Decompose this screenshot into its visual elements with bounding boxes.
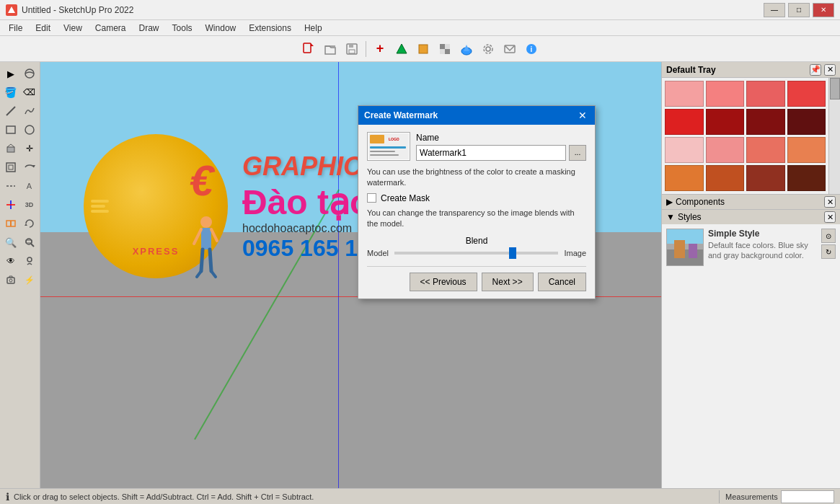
tool-line[interactable]: [2, 102, 19, 120]
toolbar-open[interactable]: [320, 39, 340, 59]
toolbar-gear[interactable]: [478, 39, 498, 59]
measurements-input[interactable]: [781, 490, 834, 503]
components-section-header[interactable]: ▶ Components ✕: [662, 195, 840, 209]
name-input[interactable]: [416, 145, 566, 161]
panel-close-button[interactable]: ✕: [824, 64, 836, 76]
browse-button[interactable]: ...: [569, 145, 586, 161]
svg-point-14: [484, 45, 492, 53]
tool-offset[interactable]: [2, 159, 19, 176]
panel-header-icons[interactable]: 📌 ✕: [810, 64, 836, 76]
style-update-button[interactable]: ⊙: [821, 229, 836, 243]
svg-rect-8: [440, 44, 445, 49]
tool-row-tape: A: [2, 177, 38, 195]
next-button[interactable]: Next >>: [482, 273, 534, 291]
tool-zoom[interactable]: 🔍: [2, 234, 19, 251]
svg-rect-39: [201, 228, 211, 249]
toolbar-box[interactable]: [413, 39, 433, 59]
swatch-9[interactable]: [665, 137, 704, 163]
svg-rect-5: [349, 50, 355, 53]
titlebar-controls[interactable]: — □ ✕: [764, 3, 834, 17]
tool-pushpull[interactable]: [2, 140, 19, 157]
tool-section[interactable]: [2, 215, 19, 232]
swatch-2[interactable]: [706, 81, 745, 107]
swatch-8[interactable]: [787, 109, 826, 135]
menu-tools[interactable]: Tools: [167, 22, 198, 35]
minimize-button[interactable]: —: [764, 3, 785, 17]
tool-interact[interactable]: ⚡: [21, 271, 38, 288]
svg-marker-31: [25, 224, 27, 226]
toolbar-info[interactable]: i: [521, 39, 541, 59]
toolbar-add[interactable]: +: [370, 39, 390, 59]
tool-zoomwindow[interactable]: [21, 234, 38, 251]
tool-move[interactable]: ✛: [21, 140, 38, 157]
tool-row-position: ⚡: [2, 271, 38, 288]
panel-pin-button[interactable]: 📌: [810, 64, 821, 76]
panel-scrollbar[interactable]: [828, 78, 840, 194]
swatch-3[interactable]: [746, 81, 785, 107]
toolbar-checker[interactable]: [435, 39, 455, 59]
menu-draw[interactable]: Draw: [133, 22, 165, 35]
swatch-6[interactable]: [706, 109, 745, 135]
svg-line-19: [6, 107, 15, 115]
swatch-11[interactable]: [746, 137, 785, 163]
tool-text[interactable]: A: [21, 177, 38, 195]
menu-file[interactable]: File: [3, 22, 28, 35]
swatch-5[interactable]: [665, 109, 704, 135]
swatch-13[interactable]: [665, 165, 704, 191]
toolbar-water[interactable]: [456, 39, 477, 59]
styles-section-header[interactable]: ▼ Styles ✕: [662, 210, 840, 224]
previous-button[interactable]: << Previous: [410, 273, 477, 291]
swatch-14[interactable]: [706, 165, 745, 191]
tool-rotate[interactable]: [21, 215, 38, 232]
tool-position-camera[interactable]: [2, 271, 19, 288]
menu-view[interactable]: View: [58, 22, 88, 35]
styles-close-button[interactable]: ✕: [824, 211, 836, 223]
close-button[interactable]: ✕: [813, 3, 834, 17]
swatch-12[interactable]: [787, 137, 826, 163]
toolbar-triangle[interactable]: [392, 39, 412, 59]
styles-section: ▼ Styles ✕ Simple Style: [662, 209, 840, 270]
tool-materials[interactable]: 🪣: [2, 84, 19, 101]
tool-freehand[interactable]: [21, 102, 38, 120]
maximize-button[interactable]: □: [788, 3, 810, 17]
scrollbar-thumb[interactable]: [830, 78, 840, 100]
menu-camera[interactable]: Camera: [89, 22, 132, 35]
toolbar-email[interactable]: [500, 39, 520, 59]
menu-extensions[interactable]: Extensions: [243, 22, 297, 35]
svg-point-38: [200, 216, 212, 228]
tool-3dtext[interactable]: 3D: [21, 196, 38, 213]
app-icon: [6, 4, 17, 16]
swatch-15[interactable]: [746, 165, 785, 191]
swatch-7[interactable]: [746, 109, 785, 135]
menu-edit[interactable]: Edit: [30, 22, 56, 35]
swatch-1[interactable]: [665, 81, 704, 107]
tool-followme[interactable]: [21, 159, 38, 176]
styles-label: Styles: [678, 212, 702, 222]
tool-tape[interactable]: [2, 177, 19, 195]
blend-thumb[interactable]: [509, 247, 516, 259]
create-mask-checkbox[interactable]: [367, 193, 376, 203]
swatch-10[interactable]: [706, 137, 745, 163]
swatch-4[interactable]: [787, 81, 826, 107]
menu-help[interactable]: Help: [299, 22, 328, 35]
tool-rectangle[interactable]: [2, 121, 19, 138]
tool-axes[interactable]: [2, 196, 19, 213]
toolbar-new[interactable]: [299, 39, 319, 59]
components-close-button[interactable]: ✕: [824, 196, 836, 208]
cancel-button[interactable]: Cancel: [538, 273, 586, 291]
tool-circle[interactable]: [21, 121, 38, 138]
tool-orbit[interactable]: [21, 65, 38, 82]
style-refresh-button[interactable]: ↻: [821, 244, 836, 259]
tool-walkthrough[interactable]: 👁: [2, 252, 19, 270]
blend-slider[interactable]: [394, 252, 558, 255]
tool-eraser[interactable]: ⌫: [21, 84, 38, 101]
dialog-close-button[interactable]: ✕: [576, 109, 589, 122]
style-thumbnail: [666, 229, 704, 266]
tool-select[interactable]: ▶: [2, 65, 19, 82]
toolbar-save[interactable]: [342, 39, 362, 59]
menu-window[interactable]: Window: [200, 22, 242, 35]
tool-lookaround[interactable]: [21, 252, 38, 270]
svg-rect-36: [7, 278, 14, 283]
swatch-16[interactable]: [787, 165, 826, 191]
logo-circle: € XPRESS: [84, 134, 228, 278]
